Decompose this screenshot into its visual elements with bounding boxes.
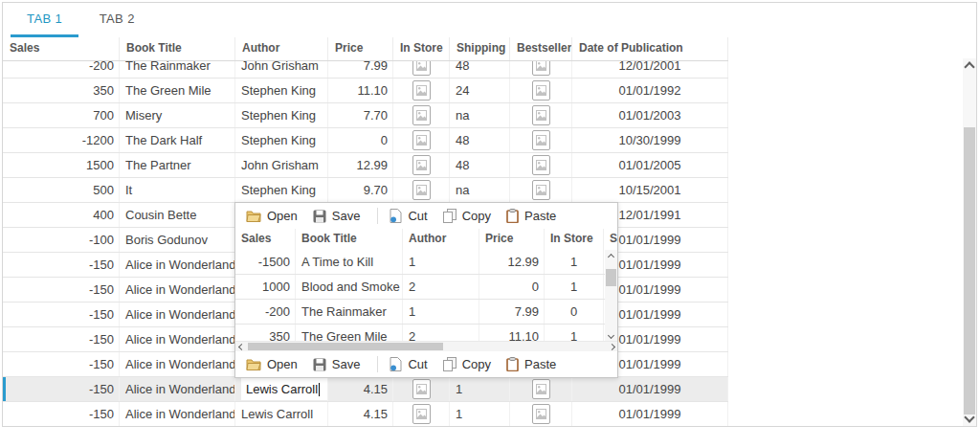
- cell-book-title: Boris Godunov: [120, 228, 235, 252]
- cell-sales: -150: [3, 402, 120, 426]
- tab-1[interactable]: TAB 1: [11, 3, 78, 37]
- popup-grid-header-row: Sales Book Title Author Price In Store S…: [235, 229, 617, 251]
- paste-button-bottom[interactable]: Paste: [506, 357, 556, 371]
- popup-vscrollbar-thumb[interactable]: [606, 269, 616, 286]
- popup-scroll-right-icon[interactable]: [606, 342, 617, 351]
- table-row[interactable]: -150 Alice in Wonderland Lewis Carroll L…: [3, 377, 728, 402]
- col-header-date[interactable]: Date of Publication: [572, 37, 728, 60]
- cell-price: 4.15: [328, 402, 393, 426]
- popup-cell-sales: 350: [235, 325, 296, 342]
- cell-date-of-publication: 01/01/2003: [572, 103, 728, 127]
- col-header-shipping[interactable]: Shipping: [450, 37, 510, 60]
- popup-table-row[interactable]: -1500 A Time to Kill 1 12.99 1: [235, 250, 617, 275]
- col-header-book-title[interactable]: Book Title: [120, 37, 235, 60]
- popup-cell-book-title: The Green Mile: [296, 325, 403, 342]
- cell-book-title: Alice in Wonderland: [120, 253, 235, 277]
- cell-date-of-publication: 10/30/1999: [572, 128, 728, 152]
- popup-vertical-scrollbar[interactable]: [605, 250, 617, 342]
- popup-cell-in-store: 1: [545, 250, 604, 274]
- popup-table-row[interactable]: 1000 Blood and Smoke 2 0 1: [235, 275, 617, 300]
- popup-col-header-author[interactable]: Author: [403, 229, 479, 250]
- cut-button-bottom[interactable]: Cut: [390, 357, 427, 371]
- image-placeholder-icon: [532, 155, 550, 175]
- table-row[interactable]: 1500 The Partner John Grisham 12.99 48 0…: [3, 153, 728, 178]
- scroll-down-icon[interactable]: [963, 411, 976, 424]
- cell-book-title: It: [120, 178, 235, 202]
- cell-bestseller: [510, 402, 572, 426]
- popup-col-header-sales[interactable]: Sales: [235, 229, 296, 250]
- cell-book-title: Alice in Wonderland: [120, 402, 235, 426]
- popup-col-header-in-store[interactable]: In Store: [545, 229, 604, 250]
- col-header-sales[interactable]: Sales: [3, 37, 120, 60]
- cell-sales: -1200: [3, 128, 120, 152]
- toolbar-separator: [377, 208, 378, 224]
- tab-2[interactable]: TAB 2: [83, 3, 151, 34]
- cell-date-of-publication: 01/01/1992: [572, 78, 728, 102]
- col-header-price[interactable]: Price: [328, 37, 393, 60]
- table-row[interactable]: -200 The Rainmaker John Grisham 7.99 48 …: [3, 60, 728, 78]
- col-header-in-store[interactable]: In Store: [393, 37, 450, 60]
- cell-in-store: [393, 377, 450, 401]
- main-scrollbar-thumb[interactable]: [964, 127, 975, 414]
- cell-price: 7.70: [328, 103, 393, 127]
- col-header-author[interactable]: Author: [235, 37, 328, 60]
- cell-price: 9.70: [328, 178, 393, 202]
- cut-button[interactable]: Cut: [390, 209, 427, 223]
- paste-button[interactable]: Paste: [506, 209, 556, 223]
- popup-col-header-book-title[interactable]: Book Title: [296, 229, 403, 250]
- image-placeholder-icon: [532, 80, 550, 101]
- popup-cell-book-title: The Rainmaker: [296, 300, 403, 324]
- image-placeholder-icon: [412, 180, 431, 200]
- popup-hscrollbar-thumb[interactable]: [248, 343, 443, 350]
- popup-scroll-left-icon[interactable]: [235, 342, 247, 351]
- table-row[interactable]: 350 The Green Mile Stephen King 11.10 24…: [3, 78, 728, 103]
- cell-shipping: 48: [450, 60, 510, 78]
- cell-price: 7.99: [328, 60, 393, 78]
- col-header-bestseller[interactable]: Bestseller: [510, 37, 572, 60]
- cell-shipping: 1: [450, 402, 510, 426]
- cell-date-of-publication: 10/15/2001: [572, 178, 728, 202]
- cell-author: Stephen King: [235, 128, 328, 152]
- table-row[interactable]: 500 It Stephen King 9.70 na 10/15/2001: [3, 178, 728, 203]
- image-placeholder-icon: [412, 130, 431, 150]
- popup-scroll-up-icon[interactable]: [605, 251, 617, 262]
- cell-shipping: 24: [450, 78, 510, 102]
- cell-sales: -150: [3, 302, 120, 326]
- popup-table-row[interactable]: 350 The Green Mile 2 11.10 1: [235, 325, 617, 342]
- table-row[interactable]: 700 Misery Stephen King 7.70 na 01/01/20…: [3, 103, 728, 128]
- cell-sales: -100: [3, 228, 120, 252]
- open-button-bottom[interactable]: Open: [246, 357, 298, 371]
- popup-cell-price: 11.10: [479, 325, 545, 342]
- cell-author: Lewis Carroll Lewis Carroll: [235, 377, 328, 401]
- cell-author: Stephen King: [235, 178, 328, 202]
- popup-cell-author: 1: [403, 250, 479, 274]
- table-row[interactable]: -1200 The Dark Half Stephen King 0 48 10…: [3, 128, 728, 153]
- cell-book-title: The Partner: [120, 153, 235, 177]
- copy-button-bottom[interactable]: Copy: [443, 357, 491, 371]
- save-button-bottom[interactable]: Save: [313, 357, 361, 371]
- save-button[interactable]: Save: [313, 209, 361, 223]
- popup-horizontal-scrollbar[interactable]: [235, 341, 617, 351]
- popup-toolbar-top: Open Save Cut Copy Paste: [235, 203, 617, 230]
- author-editor-input[interactable]: Lewis Carroll: [241, 378, 328, 400]
- popup-col-header-shipping[interactable]: Shipping: [604, 229, 617, 250]
- scroll-up-icon[interactable]: [963, 60, 976, 74]
- paste-clipboard-icon: [506, 357, 519, 371]
- cell-in-store: [393, 60, 450, 78]
- copy-button[interactable]: Copy: [443, 209, 491, 223]
- open-button[interactable]: Open: [246, 209, 298, 223]
- cell-shipping: na: [450, 103, 510, 127]
- popup-col-header-price[interactable]: Price: [479, 229, 545, 250]
- popup-scroll-down-icon[interactable]: [605, 329, 617, 341]
- main-vertical-scrollbar[interactable]: [963, 58, 976, 426]
- cell-book-title: The Rainmaker: [120, 60, 235, 78]
- cell-in-store: [393, 153, 450, 177]
- image-placeholder-icon: [532, 60, 550, 76]
- cell-author: John Grisham: [235, 153, 328, 177]
- cell-sales: -150: [3, 278, 120, 302]
- table-row[interactable]: -150 Alice in Wonderland Lewis Carroll 4…: [3, 402, 728, 426]
- popup-panel: Open Save Cut Copy Paste: [234, 202, 618, 378]
- cell-book-title: Alice in Wonderland: [120, 302, 235, 326]
- popup-table-row[interactable]: -200 The Rainmaker 1 7.99 0: [235, 300, 617, 325]
- image-placeholder-icon: [532, 130, 550, 150]
